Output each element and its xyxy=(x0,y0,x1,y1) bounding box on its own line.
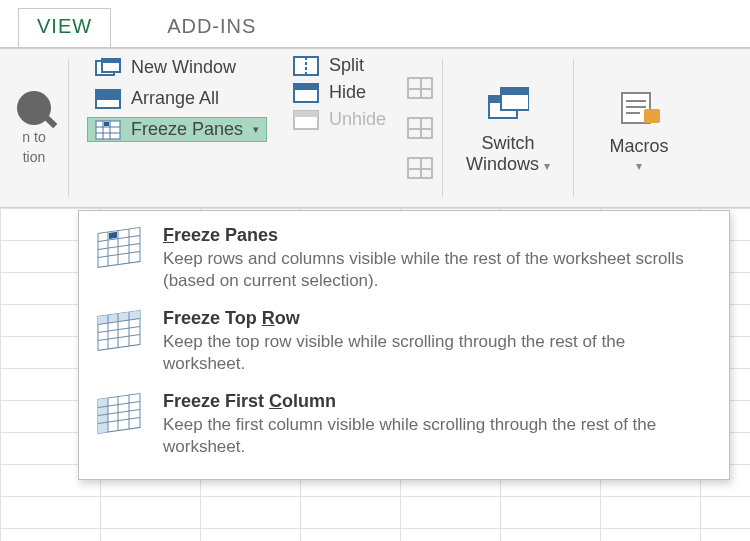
freeze-first-column-icon xyxy=(93,391,145,441)
reset-window-position-icon[interactable] xyxy=(407,157,433,179)
menu-item-freeze-top-row[interactable]: Freeze Top Row Keep the top row visible … xyxy=(87,300,721,383)
zoom-label-line1: n to xyxy=(22,129,45,145)
switch-windows-line2: Windows xyxy=(466,154,539,174)
switch-windows-icon xyxy=(487,87,529,123)
ribbon-body: n to tion New Window Arra xyxy=(0,48,750,208)
hide-button[interactable]: Hide xyxy=(293,82,386,103)
svg-rect-2 xyxy=(102,58,120,63)
dropdown-caret-icon: ▾ xyxy=(253,123,259,136)
zoom-label-line2: tion xyxy=(23,149,46,165)
macros-button[interactable]: Macros ▾ xyxy=(574,49,704,207)
ribbon-tabstrip: VIEW ADD-INS xyxy=(0,0,750,48)
window-group-right xyxy=(398,49,442,207)
arrange-all-icon xyxy=(95,89,121,109)
menu-item-description: Keep the first column visible while scro… xyxy=(163,414,709,458)
split-icon xyxy=(293,56,319,76)
svg-rect-34 xyxy=(109,232,117,239)
arrange-all-button[interactable]: Arrange All xyxy=(87,86,267,111)
svg-rect-26 xyxy=(644,109,660,123)
window-group-left: New Window Arrange All xyxy=(69,49,285,207)
macros-icon xyxy=(618,90,660,126)
split-button[interactable]: Split xyxy=(293,55,386,76)
switch-windows-button[interactable]: Switch Windows ▾ xyxy=(443,49,573,207)
menu-item-description: Keep the top row visible while scrolling… xyxy=(163,331,709,375)
freeze-top-row-icon xyxy=(93,308,145,358)
freeze-panes-label: Freeze Panes xyxy=(131,119,243,140)
freeze-panes-dropdown: Freeze Panes Keep rows and columns visib… xyxy=(78,210,730,480)
magnifier-icon xyxy=(17,91,51,125)
menu-item-title: Freeze Top Row xyxy=(163,308,709,329)
freeze-panes-icon xyxy=(95,120,121,140)
hide-icon xyxy=(293,83,319,103)
macros-label: Macros xyxy=(610,136,669,157)
menu-item-title: Freeze First Column xyxy=(163,391,709,412)
svg-rect-15 xyxy=(294,84,318,90)
svg-rect-17 xyxy=(294,111,318,117)
svg-rect-27 xyxy=(98,228,140,268)
new-window-button[interactable]: New Window xyxy=(87,55,267,80)
dropdown-caret-icon: ▾ xyxy=(544,159,550,173)
tab-view[interactable]: VIEW xyxy=(18,8,111,49)
svg-rect-21 xyxy=(501,88,529,95)
arrange-all-label: Arrange All xyxy=(131,88,219,109)
view-side-by-side-icon[interactable] xyxy=(407,77,433,99)
switch-windows-line1: Switch xyxy=(482,133,535,154)
unhide-icon xyxy=(293,110,319,130)
split-label: Split xyxy=(329,55,364,76)
unhide-label: Unhide xyxy=(329,109,386,130)
menu-item-freeze-first-column[interactable]: Freeze First Column Keep the first colum… xyxy=(87,383,721,466)
unhide-button: Unhide xyxy=(293,109,386,130)
hide-label: Hide xyxy=(329,82,366,103)
window-group-middle: Split Hide Unhide xyxy=(285,49,398,207)
freeze-panes-button[interactable]: Freeze Panes ▾ xyxy=(87,117,267,142)
svg-rect-11 xyxy=(104,122,109,126)
menu-item-title: Freeze Panes xyxy=(163,225,709,246)
freeze-panes-option-icon xyxy=(93,225,145,275)
synchronous-scrolling-icon[interactable] xyxy=(407,117,433,139)
dropdown-caret-icon: ▾ xyxy=(636,159,642,173)
svg-rect-44 xyxy=(98,398,108,433)
new-window-label: New Window xyxy=(131,57,236,78)
new-window-icon xyxy=(95,58,121,78)
svg-rect-4 xyxy=(96,90,120,98)
menu-item-freeze-panes[interactable]: Freeze Panes Keep rows and columns visib… xyxy=(87,217,721,300)
zoom-to-selection-button[interactable]: n to tion xyxy=(0,49,68,207)
menu-item-description: Keep rows and columns visible while the … xyxy=(163,248,709,292)
tab-addins[interactable]: ADD-INS xyxy=(149,9,274,48)
